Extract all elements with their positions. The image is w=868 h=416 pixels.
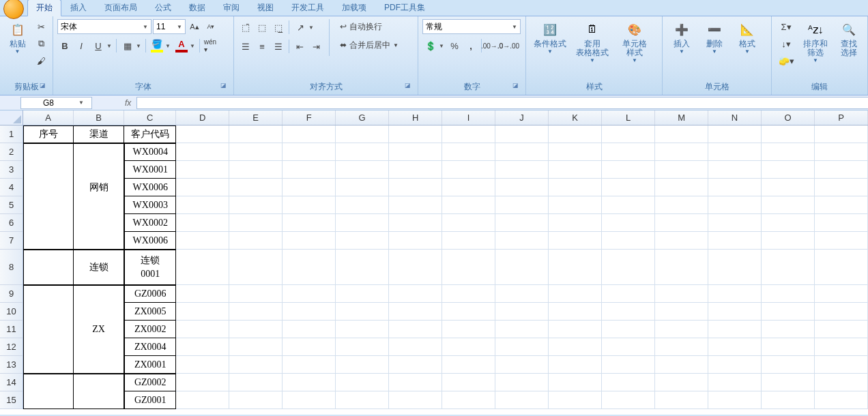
cell[interactable] bbox=[176, 125, 229, 143]
cell[interactable] bbox=[23, 161, 74, 179]
cell[interactable]: WX0003 bbox=[124, 196, 176, 214]
align-middle-button[interactable]: ⬚ bbox=[255, 20, 270, 35]
cell[interactable] bbox=[815, 391, 868, 409]
name-box[interactable]: ▼ bbox=[20, 97, 92, 109]
cell[interactable] bbox=[762, 285, 815, 303]
cell[interactable] bbox=[762, 125, 815, 143]
cell[interactable] bbox=[708, 250, 762, 285]
number-launcher[interactable]: ◪ bbox=[511, 81, 520, 89]
cell[interactable]: ZX0002 bbox=[124, 321, 176, 338]
cell[interactable] bbox=[23, 321, 74, 338]
cell[interactable] bbox=[549, 196, 602, 214]
cell[interactable] bbox=[176, 143, 229, 161]
cell[interactable] bbox=[549, 338, 602, 356]
cell[interactable] bbox=[549, 143, 602, 161]
cell[interactable] bbox=[23, 232, 74, 250]
chevron-down-icon[interactable]: ▼ bbox=[141, 24, 149, 30]
fill-button[interactable]: ↓▾ bbox=[776, 36, 796, 51]
cell[interactable] bbox=[283, 391, 336, 409]
cell[interactable] bbox=[283, 250, 336, 285]
column-header[interactable]: G bbox=[336, 110, 389, 125]
chevron-down-icon[interactable]: ▼ bbox=[76, 100, 87, 106]
cell[interactable] bbox=[602, 250, 655, 285]
decrease-decimal-button[interactable]: .0→.00 bbox=[501, 38, 516, 53]
merge-center-button[interactable]: ⬌合并后居中▼ bbox=[335, 38, 403, 53]
cell[interactable] bbox=[815, 338, 868, 356]
format-table-button[interactable]: 🗓套用 表格格式▼ bbox=[573, 19, 612, 65]
cell[interactable] bbox=[762, 303, 815, 321]
cells-area[interactable]: 序号渠道客户代码WX0004WX0001网销WX0006WX0003WX0002… bbox=[23, 125, 868, 409]
phonetic-button[interactable]: wén▾ bbox=[203, 38, 218, 53]
align-top-button[interactable]: ⬚̄ bbox=[238, 20, 253, 35]
cell[interactable] bbox=[815, 374, 868, 391]
cell[interactable] bbox=[389, 214, 442, 232]
cell[interactable] bbox=[74, 214, 124, 232]
cell[interactable] bbox=[815, 196, 868, 214]
column-header[interactable]: M bbox=[655, 110, 708, 125]
cell[interactable] bbox=[708, 143, 762, 161]
cell[interactable] bbox=[495, 303, 549, 321]
cell[interactable] bbox=[23, 214, 74, 232]
tab-view[interactable]: 视图 bbox=[248, 0, 283, 16]
cell[interactable] bbox=[815, 161, 868, 179]
cell[interactable] bbox=[336, 214, 389, 232]
cell[interactable] bbox=[336, 285, 389, 303]
cell[interactable] bbox=[549, 214, 602, 232]
column-header[interactable]: P bbox=[815, 110, 868, 125]
cell[interactable] bbox=[602, 321, 655, 338]
cell[interactable] bbox=[283, 143, 336, 161]
cell[interactable] bbox=[336, 321, 389, 338]
cell[interactable]: 网销 bbox=[74, 179, 124, 196]
cell[interactable] bbox=[176, 303, 229, 321]
row-header[interactable]: 15 bbox=[0, 391, 23, 409]
cell[interactable] bbox=[229, 321, 283, 338]
cell[interactable] bbox=[283, 196, 336, 214]
cell[interactable] bbox=[176, 196, 229, 214]
row-header[interactable]: 14 bbox=[0, 374, 23, 391]
underline-button[interactable]: U▼ bbox=[90, 38, 113, 54]
comma-button[interactable]: , bbox=[463, 38, 478, 53]
cell[interactable] bbox=[549, 356, 602, 374]
cell[interactable] bbox=[602, 338, 655, 356]
row-header[interactable]: 2 bbox=[0, 143, 23, 161]
cell[interactable] bbox=[442, 374, 495, 391]
sort-filter-button[interactable]: ᴬᴢ↓排序和 筛选▼ bbox=[799, 19, 832, 65]
cell[interactable] bbox=[602, 125, 655, 143]
cell[interactable] bbox=[549, 303, 602, 321]
number-format-combo[interactable]: ▼ bbox=[422, 19, 521, 34]
cell[interactable] bbox=[762, 374, 815, 391]
column-header[interactable]: J bbox=[495, 110, 549, 125]
cell[interactable] bbox=[229, 285, 283, 303]
cell[interactable] bbox=[602, 143, 655, 161]
tab-dev[interactable]: 开发工具 bbox=[283, 0, 333, 16]
cell[interactable] bbox=[602, 196, 655, 214]
row-header[interactable]: 8 bbox=[0, 250, 23, 285]
cell[interactable] bbox=[23, 250, 74, 285]
cell[interactable] bbox=[74, 161, 124, 179]
cell[interactable] bbox=[708, 232, 762, 250]
cell[interactable] bbox=[602, 232, 655, 250]
tab-layout[interactable]: 页面布局 bbox=[96, 0, 146, 16]
cell[interactable] bbox=[815, 214, 868, 232]
cell[interactable] bbox=[549, 125, 602, 143]
chevron-down-icon[interactable]: ▼ bbox=[510, 24, 519, 30]
cell[interactable] bbox=[229, 161, 283, 179]
cell[interactable] bbox=[762, 143, 815, 161]
tab-home[interactable]: 开始 bbox=[27, 0, 61, 16]
cell[interactable] bbox=[708, 338, 762, 356]
formula-input[interactable] bbox=[136, 97, 868, 109]
cell[interactable] bbox=[176, 321, 229, 338]
cell[interactable] bbox=[176, 161, 229, 179]
cell[interactable] bbox=[336, 374, 389, 391]
shrink-font-button[interactable]: A▾ bbox=[203, 19, 218, 34]
font-launcher[interactable]: ◪ bbox=[219, 81, 228, 89]
cell[interactable] bbox=[336, 303, 389, 321]
cell[interactable] bbox=[23, 374, 74, 391]
cell[interactable]: WX0006 bbox=[124, 179, 176, 196]
paste-button[interactable]: 📋 粘贴 ▼ bbox=[4, 19, 31, 56]
cell[interactable] bbox=[283, 232, 336, 250]
cell[interactable] bbox=[708, 391, 762, 409]
cell[interactable] bbox=[23, 338, 74, 356]
cell[interactable] bbox=[762, 196, 815, 214]
cell[interactable] bbox=[336, 125, 389, 143]
